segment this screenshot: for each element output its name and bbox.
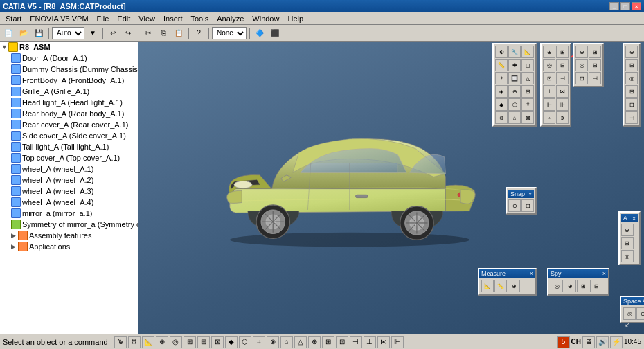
tree-item-sidecover[interactable]: Side cover_A (Side cover_A.1) xyxy=(0,130,138,141)
toolbar-select-auto[interactable]: Auto xyxy=(52,27,84,39)
menu-file[interactable]: File xyxy=(93,14,114,24)
status-right-icon1[interactable]: 5 xyxy=(557,336,570,348)
minimize-button[interactable]: _ xyxy=(609,2,619,10)
toolbar-redo[interactable]: ↪ xyxy=(121,26,135,40)
tb1-icon17[interactable]: ⌂ xyxy=(508,111,521,124)
tree-item-rearcover[interactable]: Rear cover_A (Rear cover_A.1) xyxy=(0,119,138,130)
tb5-icon6[interactable]: ⊣ xyxy=(625,111,638,124)
toolbar-undo[interactable]: ↩ xyxy=(106,26,120,40)
tb2-icon1[interactable]: ⊕ xyxy=(543,46,555,58)
tb1-icon14[interactable]: ⬡ xyxy=(508,98,521,111)
status-icon20[interactable]: ⋈ xyxy=(377,336,390,348)
spy-icon1[interactable]: ◎ xyxy=(551,280,563,292)
menu-window[interactable]: Window xyxy=(248,14,283,24)
tree-item-topcover[interactable]: Top cover_A (Top cover_A.1) xyxy=(0,152,138,163)
toolbar-copy[interactable]: ⎘ xyxy=(156,26,170,40)
tb6-title[interactable]: A... × xyxy=(621,214,638,222)
tb2-icon7[interactable]: ⊥ xyxy=(543,85,555,98)
snap-toolbar-title[interactable]: Snap × xyxy=(508,190,534,198)
tb2-icon9[interactable]: ⊩ xyxy=(543,98,555,111)
tb1-icon8[interactable]: 🔲 xyxy=(508,72,521,84)
measure-close[interactable]: × xyxy=(530,270,533,277)
tb1-icon10[interactable]: ◈ xyxy=(495,85,508,98)
status-icon16[interactable]: ⊞ xyxy=(322,336,334,348)
tb1-icon13[interactable]: ◆ xyxy=(495,98,508,111)
menu-view[interactable]: View xyxy=(134,14,159,24)
tb6-icon3[interactable]: ◎ xyxy=(621,250,634,262)
tb1-icon18[interactable]: ⊠ xyxy=(521,111,534,124)
viewport[interactable]: x y z xyxy=(138,42,644,334)
toolbar-arrow[interactable]: ▼ xyxy=(86,26,100,40)
menu-help[interactable]: Help xyxy=(283,14,307,24)
tb1-icon7[interactable]: ⌖ xyxy=(495,72,508,84)
tb1-icon11[interactable]: ⊕ xyxy=(508,85,521,98)
space-analysis-title[interactable]: Space Analy... × xyxy=(621,297,644,305)
tb1-icon2[interactable]: 🔧 xyxy=(508,46,521,58)
menu-enovia[interactable]: ENOVIA V5 VPM xyxy=(26,14,92,24)
tb2-icon11[interactable]: ⋆ xyxy=(543,111,555,124)
status-right-icon3[interactable]: 🔊 xyxy=(596,336,609,348)
tree-item-wheel1[interactable]: wheel_A (wheel_A.1) xyxy=(0,163,138,174)
toolbar-save[interactable]: 💾 xyxy=(32,26,46,40)
maximize-button[interactable]: □ xyxy=(620,2,630,10)
tb1-icon6[interactable]: ◻ xyxy=(521,59,534,71)
toolbar-select-none[interactable]: None xyxy=(212,27,247,39)
measure-title[interactable]: Measure × xyxy=(479,269,535,278)
status-icon9[interactable]: ◆ xyxy=(225,336,238,348)
status-icon13[interactable]: ⌂ xyxy=(280,336,293,348)
measure-icon3[interactable]: ⊕ xyxy=(508,280,520,292)
menu-analyze[interactable]: Analyze xyxy=(213,14,248,24)
tb2-icon8[interactable]: ⋈ xyxy=(556,85,569,98)
tb5-icon3[interactable]: ◎ xyxy=(625,72,638,84)
status-icon5[interactable]: ◎ xyxy=(170,336,182,348)
toolbar-paste[interactable]: 📋 xyxy=(172,26,186,40)
tree-item-symmetry[interactable]: Symmetry of mirror_a (Symmetry of mirror… xyxy=(0,219,138,230)
toolbar-open[interactable]: 📂 xyxy=(17,26,30,40)
tb2-icon12[interactable]: ⋇ xyxy=(556,111,569,124)
tree-item-wheel3[interactable]: wheel_A (wheel_A.3) xyxy=(0,186,138,197)
tree-item-assembly-features[interactable]: ▶ Assembly features xyxy=(0,230,138,241)
tb1-icon12[interactable]: ⊞ xyxy=(521,85,534,98)
tree-item-rearbody[interactable]: Rear body_A (Rear body_A.1) xyxy=(0,108,138,119)
tb5-icon1[interactable]: ⊕ xyxy=(625,46,638,58)
status-icon12[interactable]: ⊗ xyxy=(267,336,279,348)
tree-item-applications[interactable]: ▶ Applications xyxy=(0,241,138,252)
tb3-icon6[interactable]: ⊣ xyxy=(589,72,601,84)
snap-icon1[interactable]: ⊕ xyxy=(508,199,521,212)
tree-item-taillight[interactable]: Tail light_A (Tail light_A.1) xyxy=(0,141,138,152)
tb5-icon2[interactable]: ⊞ xyxy=(625,59,638,71)
menu-insert[interactable]: Insert xyxy=(159,14,187,24)
menu-tools[interactable]: Tools xyxy=(186,14,213,24)
tb3-icon5[interactable]: ⊡ xyxy=(575,72,588,84)
tree-item-mirror[interactable]: mirror_a (mirror_a.1) xyxy=(0,208,138,219)
spy-icon3[interactable]: ⊞ xyxy=(577,280,589,292)
measure-icon2[interactable]: 📏 xyxy=(494,280,507,292)
tb6-icon2[interactable]: ⊞ xyxy=(621,237,634,249)
status-right-icon2[interactable]: 🖥 xyxy=(582,336,595,348)
tb1-icon3[interactable]: 📐 xyxy=(521,46,534,58)
toolbar-what[interactable]: ? xyxy=(192,26,206,40)
close-button[interactable]: × xyxy=(632,2,641,10)
space-icon1[interactable]: ◎ xyxy=(623,307,636,320)
status-icon7[interactable]: ⊟ xyxy=(197,336,210,348)
spy-icon4[interactable]: ⊟ xyxy=(590,280,602,292)
tb3-icon2[interactable]: ⊞ xyxy=(589,46,601,58)
toolbar-cut[interactable]: ✂ xyxy=(141,26,155,40)
tb1-icon5[interactable]: ✚ xyxy=(508,59,521,71)
status-icon15[interactable]: ⊕ xyxy=(308,336,321,348)
spy-title[interactable]: Spy × xyxy=(548,269,608,278)
tb2-icon4[interactable]: ⊟ xyxy=(556,59,569,71)
status-icon8[interactable]: ⊠ xyxy=(211,336,224,348)
tree-item-wheel4[interactable]: wheel_A (wheel_A.4) xyxy=(0,197,138,208)
status-icon11[interactable]: ⌗ xyxy=(253,336,265,348)
tb2-icon5[interactable]: ⊡ xyxy=(543,72,555,84)
tree-item-frontbody[interactable]: FrontBody_A (FrontBody_A.1) xyxy=(0,75,138,86)
tb2-icon2[interactable]: ⊞ xyxy=(556,46,569,58)
menu-edit[interactable]: Edit xyxy=(113,14,134,24)
tb5-icon5[interactable]: ⊡ xyxy=(625,98,638,111)
tb3-icon4[interactable]: ⊟ xyxy=(589,59,601,71)
tb1-icon15[interactable]: ⌗ xyxy=(521,98,534,111)
tree-root[interactable]: ▼ R8_ASM xyxy=(0,42,138,53)
toolbar-render[interactable]: 🔷 xyxy=(253,26,267,40)
status-icon3[interactable]: 📐 xyxy=(142,336,154,348)
